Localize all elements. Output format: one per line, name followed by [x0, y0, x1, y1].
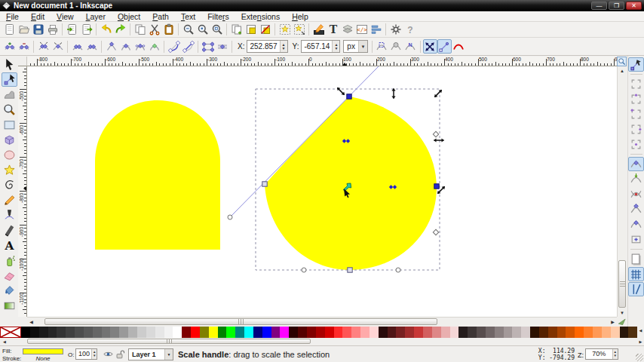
canvas-viewport[interactable] — [27, 66, 617, 317]
color-swatch[interactable] — [102, 327, 111, 338]
snap-cusp-nodes-button[interactable] — [628, 202, 644, 216]
vertical-scrollbar[interactable]: ▲▼ — [617, 66, 627, 317]
scroll-down-icon[interactable]: ▼ — [618, 308, 627, 317]
opacity-spinner[interactable]: ▲▼ — [91, 349, 97, 359]
color-swatch[interactable] — [226, 327, 235, 338]
horizontal-scrollbar[interactable]: ◀▶ — [27, 317, 617, 326]
color-swatch[interactable] — [21, 327, 30, 338]
color-swatch[interactable] — [271, 327, 281, 338]
scale-handle-arrow[interactable] — [434, 138, 444, 142]
horizontal-ruler[interactable]: -800-700-600-500-400-300-200-10001002003… — [27, 57, 617, 66]
snap-bbox-centers-button[interactable] — [628, 137, 644, 152]
break-path-button[interactable] — [36, 39, 51, 54]
duplicate-button[interactable] — [229, 23, 244, 37]
snap-guides-button[interactable] — [628, 282, 644, 296]
delete-segment-button[interactable] — [84, 39, 99, 54]
color-swatch[interactable] — [360, 327, 370, 338]
horizontal-scroll-thumb[interactable] — [44, 318, 437, 325]
import-document-button[interactable] — [65, 23, 79, 37]
sticky-zoom-button[interactable] — [617, 57, 627, 66]
color-swatch[interactable] — [66, 327, 75, 338]
menu-layer[interactable]: Layer — [80, 11, 112, 22]
ungroup-objects-button[interactable] — [292, 23, 306, 37]
copy-button[interactable] — [133, 23, 147, 37]
menu-filters[interactable]: Filters — [201, 11, 235, 22]
text-tool-button[interactable]: A — [2, 238, 17, 253]
color-swatch[interactable] — [557, 327, 566, 338]
color-swatch[interactable] — [521, 327, 530, 338]
color-swatch[interactable] — [611, 327, 620, 338]
minimize-button[interactable]: — — [591, 2, 607, 10]
color-swatch[interactable] — [173, 327, 182, 338]
layers-dialog-button[interactable] — [340, 23, 354, 37]
new-document-button[interactable] — [2, 23, 17, 37]
color-swatch[interactable] — [504, 327, 513, 338]
menu-extensions[interactable]: Extensions — [235, 11, 286, 22]
scale-handle-arrow[interactable] — [391, 88, 395, 99]
color-swatch[interactable] — [351, 327, 360, 338]
palette-scroll-left-icon[interactable]: ◀ — [639, 328, 642, 333]
color-swatch[interactable] — [316, 327, 325, 338]
menu-file[interactable]: File — [0, 11, 25, 22]
path-node-selected[interactable] — [434, 184, 439, 189]
color-swatch[interactable] — [244, 327, 253, 338]
menu-object[interactable]: Object — [112, 11, 146, 22]
menu-text[interactable]: Text — [175, 11, 201, 22]
clone-button[interactable] — [244, 23, 258, 37]
scroll-up-icon[interactable]: ▲ — [618, 66, 627, 75]
cut-button[interactable] — [147, 23, 161, 37]
y-spinner[interactable]: ▲▼ — [332, 41, 339, 52]
object-to-path-button[interactable] — [201, 39, 215, 54]
handle-diamond[interactable] — [433, 131, 438, 137]
vertical-scroll-thumb[interactable] — [618, 260, 626, 308]
canvas-corner-widget[interactable] — [617, 317, 627, 326]
scale-handle-arrow[interactable] — [336, 86, 346, 97]
delete-node-button[interactable] — [17, 39, 31, 54]
snap-object-centers-button[interactable] — [628, 232, 644, 247]
color-swatch[interactable] — [182, 327, 191, 338]
color-swatch[interactable] — [342, 327, 351, 338]
layer-dropdown-arrow-icon[interactable]: ▼ — [164, 349, 173, 360]
color-swatch[interactable] — [414, 327, 423, 338]
color-swatch[interactable] — [253, 327, 262, 338]
paste-button[interactable] — [161, 23, 176, 37]
join-nodes-button[interactable] — [51, 39, 65, 54]
x-coordinate-value[interactable]: 252.857 — [247, 41, 279, 52]
unlink-clone-button[interactable] — [258, 23, 272, 37]
snap-page-border-button[interactable] — [628, 252, 644, 266]
redo-button[interactable] — [113, 23, 127, 37]
zoom-value[interactable]: 70% — [586, 349, 612, 359]
palette-scroll-right-icon[interactable]: ▶ — [639, 339, 642, 344]
color-swatch[interactable] — [620, 327, 629, 338]
zoom-page-button[interactable] — [210, 23, 224, 37]
vertical-ruler[interactable]: -500-600-700-800-900-1000-1100 — [18, 66, 27, 317]
color-swatch[interactable] — [334, 327, 343, 338]
snap-enable-button[interactable] — [628, 57, 644, 72]
gradient-tool-button[interactable] — [2, 299, 17, 313]
color-swatch[interactable] — [307, 327, 316, 338]
color-swatch[interactable] — [325, 327, 334, 338]
color-swatch[interactable] — [593, 327, 602, 338]
color-swatch[interactable] — [155, 327, 164, 338]
menu-path[interactable]: Path — [146, 11, 175, 22]
selector-tool-button[interactable] — [2, 57, 17, 72]
star-tool-button[interactable] — [2, 163, 17, 177]
ellipse-tool-button[interactable] — [2, 148, 17, 162]
fill-stroke-dialog-button[interactable] — [311, 23, 326, 37]
node-corner-button[interactable] — [104, 39, 118, 54]
color-swatch[interactable] — [396, 327, 405, 338]
color-swatch[interactable] — [218, 327, 227, 338]
show-bezier-handles-button[interactable] — [437, 39, 452, 54]
handle-circle[interactable] — [302, 268, 306, 272]
zoom-spinner[interactable]: ▲▼ — [612, 349, 618, 359]
snap-nodes-button[interactable] — [628, 157, 644, 171]
color-swatch[interactable] — [235, 327, 244, 338]
handle-circle[interactable] — [228, 215, 232, 219]
zoom-selection-button[interactable] — [181, 23, 195, 37]
preferences-button[interactable] — [388, 23, 403, 37]
align-dialog-button[interactable] — [369, 23, 383, 37]
color-swatch[interactable] — [468, 327, 477, 338]
color-swatch[interactable] — [39, 327, 48, 338]
color-swatch[interactable] — [539, 327, 548, 338]
spray-tool-button[interactable] — [2, 253, 17, 268]
